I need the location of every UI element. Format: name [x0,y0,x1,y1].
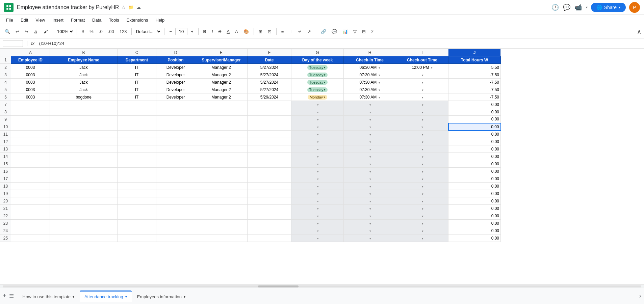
day-dropdown-arrow[interactable]: ▾ [317,237,319,240]
checkout-dropdown-arrow[interactable]: ▾ [422,185,423,188]
cell-empty[interactable] [11,190,50,197]
h-scrollbar[interactable] [0,284,644,288]
row-header-9[interactable]: 9 [0,116,11,123]
cell-day-empty[interactable]: ▾ [291,160,344,168]
cell-hours[interactable]: 0.00 [448,175,501,183]
h-align-button[interactable]: ≡ [279,28,286,35]
cell-date[interactable]: 5/29/2024 [248,93,291,101]
avatar[interactable]: P [629,2,640,13]
checkout-dropdown-arrow[interactable]: ▾ [422,192,423,196]
rotate-button[interactable]: ↗ [305,28,313,35]
cell-empty[interactable] [156,220,195,227]
cell-day-empty[interactable]: ▾ [291,168,344,175]
cell-empty[interactable] [156,212,195,220]
meet-icon[interactable]: 📹 [574,4,582,11]
cell-checkout[interactable]: 12:00 PM ▾ [396,64,448,71]
checkout-dropdown-arrow[interactable]: ▾ [422,88,423,92]
share-button[interactable]: 🌐 Share ▾ [591,3,626,12]
cell-hours[interactable]: 0.00 [448,145,501,153]
day-dropdown-arrow[interactable]: ▾ [317,103,319,107]
comment-icon[interactable]: 💬 [563,4,570,11]
col-header-a[interactable]: A [11,49,50,56]
tab-employees-arrow[interactable]: ▾ [184,295,185,299]
cell-day-empty[interactable]: ▾ [291,145,344,153]
v-align-button[interactable]: ⊥ [287,28,295,35]
tab-right-collapse[interactable]: › [639,293,641,300]
cell-day-empty[interactable]: ▾ [291,101,344,108]
cell-empty[interactable] [156,153,195,160]
cell-empty[interactable] [195,168,248,175]
cell-empty[interactable] [195,123,248,131]
cell-empty[interactable] [50,145,118,153]
checkout-dropdown-arrow[interactable]: ▾ [422,237,423,240]
cell-hours[interactable]: 0.00 [448,131,501,138]
cell-empty[interactable] [156,116,195,123]
cell-day-empty[interactable]: ▾ [291,205,344,212]
checkout-dropdown-arrow[interactable]: ▾ [422,148,423,151]
cell-checkout-empty[interactable]: ▾ [396,190,448,197]
cell-empty[interactable] [248,138,291,145]
cell-empty[interactable] [248,212,291,220]
cell-day-empty[interactable]: ▾ [291,138,344,145]
currency-button[interactable]: $ [80,28,86,35]
cell-empty[interactable] [248,131,291,138]
cell-emp-id[interactable]: 0003 [11,86,50,93]
col-header-h[interactable]: H [344,49,396,56]
checkin-dropdown-arrow[interactable]: ▾ [369,229,371,233]
cell-empty[interactable] [195,153,248,160]
day-dropdown-arrow[interactable]: ▾ [317,207,319,211]
cell-hours[interactable]: -7.50 [448,71,501,79]
checkin-dropdown-arrow[interactable]: ▾ [369,118,371,121]
cell-empty[interactable] [156,175,195,183]
cell-checkout-empty[interactable]: ▾ [396,227,448,234]
row-header-5[interactable]: 5 [0,86,11,93]
cell-empty[interactable] [11,212,50,220]
cell-dept[interactable]: IT [118,93,156,101]
cell-empty[interactable] [195,131,248,138]
h-scroll-thumb[interactable] [258,285,299,287]
tab-how-to-use-arrow[interactable]: ▾ [73,295,74,299]
cell-position[interactable]: Developer [156,71,195,79]
cell-empty[interactable] [50,227,118,234]
cell-empty[interactable] [156,205,195,212]
wrap-button[interactable]: ↵ [296,28,304,35]
cell-empty[interactable] [248,190,291,197]
cell-checkout-empty[interactable]: ▾ [396,168,448,175]
cell-empty[interactable] [195,183,248,190]
day-dropdown-arrow[interactable]: ▾ [317,155,319,159]
cell-checkout[interactable]: ▾ [396,71,448,79]
cell-emp-name[interactable]: Jack [50,71,118,79]
cell-checkin[interactable]: 07:30 AM ▾ [344,93,396,101]
cell-empty[interactable] [118,108,156,116]
cell-checkin-empty[interactable]: ▾ [344,131,396,138]
cell-day-empty[interactable]: ▾ [291,227,344,234]
row-header-1[interactable]: 1 [0,56,11,64]
cell-empty[interactable] [50,123,118,131]
decrease-decimal[interactable]: .0 [97,28,105,35]
menu-tools[interactable]: Tools [105,16,122,24]
cell-empty[interactable] [11,138,50,145]
checkout-dropdown-arrow[interactable]: ▾ [422,103,423,107]
cell-checkout-empty[interactable]: ▾ [396,197,448,205]
cell-empty[interactable] [11,168,50,175]
filter-button[interactable]: ▽ [351,28,359,35]
col-header-b[interactable]: B [50,49,118,56]
cell-empty[interactable] [248,160,291,168]
cell-empty[interactable] [50,101,118,108]
cell-checkout-empty[interactable]: ▾ [396,153,448,160]
row-header-10[interactable]: 10 [0,123,11,131]
cell-emp-id[interactable]: 0003 [11,93,50,101]
checkin-dropdown-arrow[interactable]: ▾ [379,88,380,92]
cell-empty[interactable] [50,234,118,242]
cell-checkout-empty[interactable]: ▾ [396,116,448,123]
cell-empty[interactable] [195,145,248,153]
checkin-dropdown-arrow[interactable]: ▾ [369,192,371,196]
day-dropdown-arrow[interactable]: ▾ [317,126,319,129]
day-dropdown-arrow[interactable]: ▾ [317,111,319,114]
cell-empty[interactable] [248,108,291,116]
cell-day[interactable]: Monday ▾ [291,93,344,101]
row-header-4[interactable]: 4 [0,79,11,86]
cell-day-empty[interactable]: ▾ [291,116,344,123]
tab-attendance-tracking[interactable]: Attendance tracking ▾ [80,291,132,302]
cell-empty[interactable] [248,101,291,108]
